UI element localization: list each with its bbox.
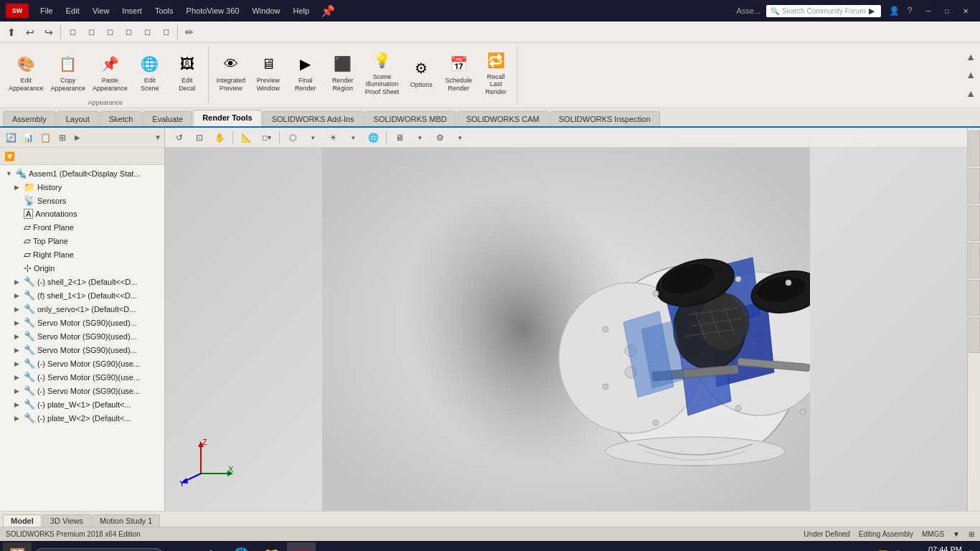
qa-undo[interactable]: ↩	[22, 24, 39, 41]
qa-new[interactable]: ⬆	[3, 24, 20, 41]
tab-layout[interactable]: Layout	[57, 111, 99, 126]
tree-servo4[interactable]: ▶ 🔧 (-) Servo Motor (SG90)(use...	[0, 357, 164, 370]
tree-servo2[interactable]: ▶ 🔧 Servo Motor (SG90)(used)...	[0, 329, 164, 343]
pt-icon4[interactable]: ⊞	[55, 131, 70, 145]
taskapp-chrome[interactable]: 🌐	[227, 542, 255, 551]
tree-servo6[interactable]: ▶ 🔧 (-) Servo Motor (SG90)(use...	[0, 384, 164, 397]
menu-help[interactable]: Help	[288, 5, 316, 17]
ribbon-collapse-btn3[interactable]: ▲	[966, 88, 976, 99]
servo6-expand[interactable]: ▶	[14, 387, 22, 395]
recall-last-render-button[interactable]: 🔁 RecallLastRender	[478, 47, 514, 98]
vt-camera-arrow[interactable]: ▾	[411, 130, 428, 146]
search-box[interactable]: 🔍 Search Community Forum ▶	[766, 5, 881, 17]
start-button[interactable]: 🪟	[3, 542, 32, 551]
history-expand[interactable]: ▶	[14, 184, 22, 191]
vt-hide-icon[interactable]: 🌐	[364, 130, 382, 146]
menu-tools[interactable]: Tools	[149, 5, 179, 17]
vt-section-icon[interactable]: ☀	[324, 130, 341, 146]
tree-only-servo[interactable]: ▶ 🔧 only_servo<1> (Default<D...	[0, 302, 164, 316]
vt-rotate-icon[interactable]: ↺	[171, 130, 188, 146]
tree-history[interactable]: ▶ 📁 History	[0, 180, 164, 194]
tree-servo1[interactable]: ▶ 🔧 Servo Motor (SG90)(used)...	[0, 316, 164, 329]
tree-plate1[interactable]: ▶ 🔧 (-) plate_W<1> (Default<...	[0, 397, 164, 411]
pt-filter-icon[interactable]: ▼	[154, 133, 161, 141]
rp-btn1[interactable]	[969, 131, 980, 166]
final-render-button[interactable]: ▶ FinalRender	[288, 47, 324, 98]
vt-settings-arrow[interactable]: ▾	[451, 130, 468, 146]
pt-icon2[interactable]: 📊	[20, 131, 36, 145]
qa-redo[interactable]: ↪	[40, 24, 57, 41]
shell1-expand[interactable]: ▶	[14, 292, 22, 299]
scene-illumination-button[interactable]: 💡 SceneIlluminationProof Sheet	[362, 47, 402, 98]
question-icon[interactable]: ?	[903, 4, 917, 18]
taskapp-explorer[interactable]: 📁	[257, 542, 286, 551]
menu-edit[interactable]: Edit	[60, 5, 85, 17]
menu-window[interactable]: Window	[246, 5, 286, 17]
vt-orient-icon[interactable]: 📐	[237, 130, 255, 146]
tab-inspection[interactable]: SOLIDWORKS Inspection	[550, 111, 660, 126]
vt-display-arrow[interactable]: ▾	[304, 130, 321, 146]
minimize-button[interactable]: ─	[920, 4, 937, 18]
shell2-expand[interactable]: ▶	[14, 278, 22, 286]
schedule-render-button[interactable]: 📅 ScheduleRender	[440, 47, 476, 98]
ribbon-collapse-btn1[interactable]: ▲	[966, 51, 976, 62]
menu-photoview[interactable]: PhotoView 360	[181, 5, 245, 17]
edit-decal-button[interactable]: 🖼 EditDecal	[169, 47, 205, 98]
tab-cam[interactable]: SOLIDWORKS CAM	[457, 111, 549, 126]
viewport[interactable]: ↺ ⊡ ✋ 📐 ◻▾ ⬡ ▾ ☀ ▾ 🌐 🖥 ▾ ⚙ ▾	[165, 128, 967, 511]
model-canvas[interactable]: Z X Y	[165, 148, 967, 511]
tab-add-ins[interactable]: SOLIDWORKS Add-Ins	[263, 111, 364, 126]
menu-insert[interactable]: Insert	[116, 5, 148, 17]
taskapp-taskview[interactable]: ⊞	[166, 542, 195, 551]
plate2-expand[interactable]: ▶	[14, 415, 22, 422]
tree-shell2[interactable]: ▶ 🔧 (-) shell_2<1> (Default<<D...	[0, 275, 164, 288]
taskapp-cortana[interactable]: ⬡	[197, 542, 225, 551]
tab-mbd[interactable]: SOLIDWORKS MBD	[364, 111, 456, 126]
rp-btn5[interactable]	[969, 280, 980, 316]
pt-arrow-right[interactable]: ▶	[75, 133, 80, 141]
edit-appearance-button[interactable]: 🎨 EditAppearance	[6, 47, 47, 98]
btab-3dviews[interactable]: 3D Views	[42, 514, 91, 527]
pin-icon[interactable]: 📌	[321, 4, 335, 18]
tab-assembly[interactable]: Assembly	[3, 111, 56, 126]
rp-btn3[interactable]	[969, 205, 980, 241]
user-icon[interactable]: 👤	[887, 4, 901, 18]
qa-3d3[interactable]: ◻	[101, 24, 118, 41]
vt-camera-icon[interactable]: 🖥	[391, 130, 408, 146]
tree-origin[interactable]: ⊹ Origin	[0, 261, 164, 275]
tree-servo5[interactable]: ▶ 🔧 (-) Servo Motor (SG90)(use...	[0, 370, 164, 384]
qa-pencil[interactable]: ✏	[181, 24, 198, 41]
vt-pan-icon[interactable]: ✋	[211, 130, 228, 146]
tab-render-tools[interactable]: Render Tools	[193, 110, 261, 126]
tree-shell1[interactable]: ▶ 🔧 (f) shell_1<1> (Default<<D...	[0, 288, 164, 302]
vt-settings-icon[interactable]: ⚙	[431, 130, 448, 146]
tab-evaluate[interactable]: Evaluate	[143, 111, 192, 126]
tree-servo3[interactable]: ▶ 🔧 Servo Motor (SG90)(used)...	[0, 343, 164, 357]
edit-scene-button[interactable]: 🌐 EditScene	[132, 47, 168, 98]
btab-motion-study[interactable]: Motion Study 1	[92, 514, 160, 527]
rp-btn6[interactable]	[969, 317, 980, 353]
tree-sensors[interactable]: 📡 Sensors	[0, 194, 164, 207]
qa-3d1[interactable]: ◻	[64, 24, 81, 41]
rp-btn4[interactable]	[969, 242, 980, 278]
render-region-button[interactable]: ⬛ RenderRegion	[325, 47, 361, 98]
copy-appearance-button[interactable]: 📋 CopyAppearance	[48, 47, 89, 98]
rp-btn2[interactable]	[969, 168, 980, 204]
tab-sketch[interactable]: Sketch	[100, 111, 143, 126]
vt-section-arrow[interactable]: ▾	[344, 130, 362, 146]
taskbar-search[interactable]: 🔍 Type here to search	[34, 548, 164, 552]
servo4-expand[interactable]: ▶	[14, 360, 22, 367]
integrated-preview-button[interactable]: 👁 IntegratedPreview	[213, 47, 249, 98]
qa-3d6[interactable]: ◻	[157, 24, 174, 41]
tree-annotations[interactable]: A Annotations	[0, 207, 164, 220]
vt-zoom-fit-icon[interactable]: ⊡	[191, 130, 208, 146]
pt-icon1[interactable]: 🔄	[3, 131, 19, 145]
options-button[interactable]: ⚙ Options	[403, 47, 439, 98]
tree-plate2[interactable]: ▶ 🔧 (-) plate_W<2> (Default<...	[0, 411, 164, 425]
plate1-expand[interactable]: ▶	[14, 401, 22, 408]
search-submit-icon[interactable]: ▶	[869, 6, 875, 16]
menu-view[interactable]: View	[87, 5, 116, 17]
servo3-expand[interactable]: ▶	[14, 347, 22, 354]
root-expand-icon[interactable]: ▼	[6, 170, 13, 177]
menu-file[interactable]: File	[34, 5, 59, 17]
